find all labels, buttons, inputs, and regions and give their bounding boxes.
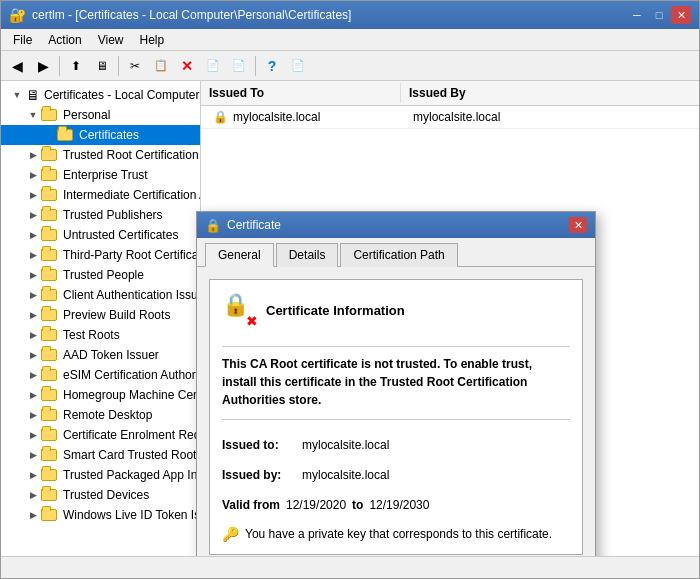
tree-item-trusted-devices[interactable]: ▶ Trusted Devices (1, 485, 200, 505)
sc-toggle[interactable]: ▶ (25, 447, 41, 463)
close-button[interactable]: ✕ (671, 6, 691, 24)
sc-label: Smart Card Trusted Roots (63, 446, 201, 464)
tree-root-toggle[interactable]: ▼ (9, 87, 25, 103)
toolbar-forward[interactable]: ▶ (31, 54, 55, 78)
tree-item-certificates[interactable]: Certificates (1, 125, 200, 145)
toolbar-export[interactable]: 📄 (201, 54, 225, 78)
untrusted-toggle[interactable]: ▶ (25, 227, 41, 243)
tab-cert-path[interactable]: Certification Path (340, 243, 457, 267)
tree-item-trusted-publishers[interactable]: ▶ Trusted Publishers (1, 205, 200, 225)
pb-toggle[interactable]: ▶ (25, 307, 41, 323)
intermediate-label: Intermediate Certification A... (63, 186, 201, 204)
tree-item-enterprise[interactable]: ▶ Enterprise Trust (1, 165, 200, 185)
tree-item-homegroup[interactable]: ▶ Homegroup Machine Certifi... (1, 385, 200, 405)
aad-toggle[interactable]: ▶ (25, 347, 41, 363)
enterprise-toggle[interactable]: ▶ (25, 167, 41, 183)
tree-item-trusted-packaged[interactable]: ▶ Trusted Packaged App Instal... (1, 465, 200, 485)
tree-root-label: Certificates - Local Computer (44, 86, 199, 104)
cert-issued-to-row: Issued to: mylocalsite.local (222, 438, 570, 452)
toolbar-up[interactable]: ⬆ (64, 54, 88, 78)
tree-item-remote-desktop[interactable]: ▶ Remote Desktop (1, 405, 200, 425)
tr-label: Test Roots (63, 326, 120, 344)
tab-general[interactable]: General (205, 243, 274, 267)
tr-toggle[interactable]: ▶ (25, 327, 41, 343)
toolbar-copy[interactable]: 📋 (149, 54, 173, 78)
intermediate-toggle[interactable]: ▶ (25, 187, 41, 203)
esim-icon (41, 367, 57, 383)
tree-item-test-roots[interactable]: ▶ Test Roots (1, 325, 200, 345)
cert-info-header: 🔒 ✖ Certificate Information (222, 292, 570, 328)
title-bar: 🔐 certlm - [Certificates - Local Compute… (1, 1, 699, 29)
valid-to-value: 12/19/2030 (369, 498, 429, 512)
col-issued-to[interactable]: Issued To (201, 83, 401, 103)
wl-toggle[interactable]: ▶ (25, 507, 41, 523)
td-label: Trusted Devices (63, 486, 149, 504)
menu-file[interactable]: File (5, 31, 40, 49)
dialog-title-text: Certificate (227, 218, 281, 232)
tree-root[interactable]: ▼ 🖥 Certificates - Local Computer (1, 85, 200, 105)
dialog-content: 🔒 ✖ Certificate Information This CA Root… (197, 267, 595, 556)
hg-toggle[interactable]: ▶ (25, 387, 41, 403)
menu-view[interactable]: View (90, 31, 132, 49)
ce-toggle[interactable]: ▶ (25, 427, 41, 443)
minimize-button[interactable]: ─ (627, 6, 647, 24)
tree-item-windows-live[interactable]: ▶ Windows Live ID Token Issue... (1, 505, 200, 525)
trusted-root-toggle[interactable]: ▶ (25, 147, 41, 163)
toolbar-properties[interactable]: 📄 (286, 54, 310, 78)
toolbar-delete[interactable]: ✕ (175, 54, 199, 78)
certs-toggle (41, 127, 57, 143)
cert-valid-row: Valid from 12/19/2020 to 12/19/2030 (222, 498, 570, 512)
personal-label: Personal (63, 106, 110, 124)
tree-item-trusted-people[interactable]: ▶ Trusted People (1, 265, 200, 285)
tpa-toggle[interactable]: ▶ (25, 467, 41, 483)
esim-toggle[interactable]: ▶ (25, 367, 41, 383)
personal-toggle[interactable]: ▼ (25, 107, 41, 123)
window-title: certlm - [Certificates - Local Computer\… (32, 8, 351, 22)
issued-to-value: mylocalsite.local (302, 438, 389, 452)
tp-toggle[interactable]: ▶ (25, 207, 41, 223)
toolbar-cut[interactable]: ✂ (123, 54, 147, 78)
rd-toggle[interactable]: ▶ (25, 407, 41, 423)
tree-item-client-auth[interactable]: ▶ Client Authentication Issuer... (1, 285, 200, 305)
cert-info-box: 🔒 ✖ Certificate Information This CA Root… (209, 279, 583, 555)
tree-item-cert-enrolment[interactable]: ▶ Certificate Enrolment Reque... (1, 425, 200, 445)
certificate-dialog: 🔒 Certificate ✕ General Details Certific… (196, 211, 596, 556)
ca-toggle[interactable]: ▶ (25, 287, 41, 303)
rd-icon (41, 407, 57, 423)
toolbar-sep-3 (255, 56, 256, 76)
tpeople-label: Trusted People (63, 266, 144, 284)
dialog-close-button[interactable]: ✕ (569, 217, 587, 233)
toolbar-back[interactable]: ◀ (5, 54, 29, 78)
tree-panel: ▼ 🖥 Certificates - Local Computer ▼ Pers… (1, 81, 201, 556)
menu-action[interactable]: Action (40, 31, 89, 49)
tree-item-untrusted[interactable]: ▶ Untrusted Certificates (1, 225, 200, 245)
maximize-button[interactable]: □ (649, 6, 669, 24)
toolbar-help[interactable]: ? (260, 54, 284, 78)
tree-item-trusted-root[interactable]: ▶ Trusted Root Certification A... (1, 145, 200, 165)
aad-icon (41, 347, 57, 363)
pb-label: Preview Build Roots (63, 306, 170, 324)
tab-details[interactable]: Details (276, 243, 339, 267)
toolbar-show-hide[interactable]: 🖥 (90, 54, 114, 78)
tree-item-third-party[interactable]: ▶ Third-Party Root Certificatio... (1, 245, 200, 265)
tpeople-toggle[interactable]: ▶ (25, 267, 41, 283)
menu-help[interactable]: Help (132, 31, 173, 49)
list-row[interactable]: 🔒 mylocalsite.local mylocalsite.local (201, 106, 699, 129)
hg-label: Homegroup Machine Certifi... (63, 386, 201, 404)
tree-item-intermediate[interactable]: ▶ Intermediate Certification A... (1, 185, 200, 205)
tree-item-smart-card[interactable]: ▶ Smart Card Trusted Roots (1, 445, 200, 465)
certs-label: Certificates (79, 126, 139, 144)
third-toggle[interactable]: ▶ (25, 247, 41, 263)
status-bar (1, 556, 699, 578)
tree-item-aad[interactable]: ▶ AAD Token Issuer (1, 345, 200, 365)
valid-from-value: 12/19/2020 (286, 498, 346, 512)
col-issued-by[interactable]: Issued By (401, 83, 699, 103)
ca-label: Client Authentication Issuer... (63, 286, 201, 304)
enterprise-icon (41, 167, 57, 183)
tree-item-preview-build[interactable]: ▶ Preview Build Roots (1, 305, 200, 325)
tree-item-personal[interactable]: ▼ Personal (1, 105, 200, 125)
untrusted-label: Untrusted Certificates (63, 226, 178, 244)
toolbar-import[interactable]: 📄 (227, 54, 251, 78)
tree-item-esim[interactable]: ▶ eSIM Certification Authoritie... (1, 365, 200, 385)
td-toggle[interactable]: ▶ (25, 487, 41, 503)
